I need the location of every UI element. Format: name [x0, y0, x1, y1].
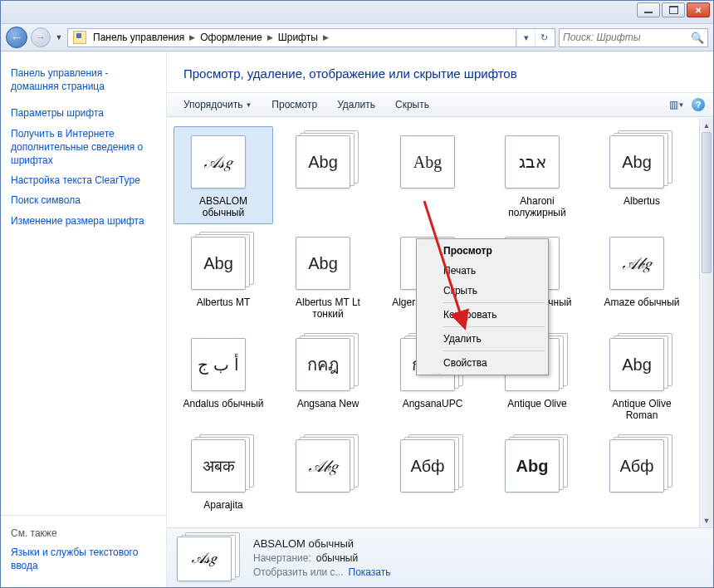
- address-bar[interactable]: Панель управления ▶ Оформление ▶ Шрифты …: [67, 28, 555, 47]
- font-label: ABSALOM обычный: [178, 195, 269, 220]
- delete-button[interactable]: Удалить: [329, 96, 384, 113]
- font-label: [387, 499, 478, 524]
- context-menu: Просмотр Печать Скрыть Копировать Удалит…: [416, 238, 549, 375]
- details-title: ABSALOM обычный: [253, 537, 391, 550]
- font-thumb: אבג: [505, 135, 560, 189]
- font-label: AngsanaUPC: [387, 398, 478, 423]
- details-style-val: обычный: [316, 552, 358, 564]
- font-thumb: Abg: [296, 135, 350, 189]
- sidebar-link[interactable]: Поиск символа: [11, 190, 156, 210]
- details-thumb: 𝒜𝓈𝑔: [177, 532, 242, 584]
- address-dropdown[interactable]: ▾: [516, 29, 535, 47]
- breadcrumb-sep-icon[interactable]: ▶: [266, 33, 275, 42]
- font-item[interactable]: กคฎAngsana New: [278, 329, 378, 427]
- font-item[interactable]: Abg: [278, 126, 378, 224]
- title-bar: ✕: [1, 1, 713, 24]
- font-label: Aharoni полужирный: [491, 195, 583, 220]
- font-item[interactable]: AbgAntique Olive Roman: [592, 329, 692, 427]
- vertical-scrollbar[interactable]: ▲ ▼: [699, 118, 713, 527]
- refresh-button[interactable]: ↻: [535, 29, 553, 47]
- sidebar-footer-link[interactable]: Языки и службы текстового ввода: [11, 542, 156, 576]
- font-item[interactable]: 𝒜𝓈𝑔ABSALOM обычный: [174, 126, 273, 224]
- breadcrumb[interactable]: Оформление: [197, 32, 265, 43]
- minimize-button[interactable]: [637, 2, 660, 17]
- font-label: [596, 499, 687, 524]
- breadcrumb[interactable]: Шрифты: [275, 32, 321, 43]
- ctx-hide[interactable]: Скрыть: [442, 281, 546, 301]
- font-label: Amaze обычный: [596, 296, 687, 321]
- details-show-key: Отобразить или с...: [253, 566, 344, 578]
- font-label: Angsana New: [282, 398, 374, 423]
- font-label: [282, 195, 374, 220]
- font-label: Aparajita: [178, 499, 269, 524]
- details-pane: 𝒜𝓈𝑔 ABSALOM обычный Начертание: обычный …: [167, 527, 713, 587]
- details-style-key: Начертание:: [253, 552, 311, 564]
- back-button[interactable]: ←: [6, 27, 27, 48]
- ctx-preview[interactable]: Просмотр: [442, 241, 546, 261]
- ctx-copy[interactable]: Копировать: [442, 305, 546, 325]
- font-label: Albertus: [596, 195, 687, 220]
- font-item[interactable]: Абф: [592, 430, 692, 527]
- font-item[interactable]: 𝒜𝒷𝑔Amaze обычный: [592, 228, 692, 326]
- font-item[interactable]: Абф: [383, 430, 482, 527]
- font-item[interactable]: AbgAlbertus MT Lt тонкий: [278, 228, 378, 326]
- font-thumb: 𝒜𝒷𝑔: [609, 237, 664, 290]
- scroll-down-icon[interactable]: ▼: [700, 513, 713, 527]
- font-label: Andalus обычный: [178, 398, 269, 423]
- nav-bar: ← → ▼ Панель управления ▶ Оформление ▶ Ш…: [1, 24, 713, 51]
- main-area: Панель управления - домашняя страница Па…: [1, 51, 713, 587]
- preview-button[interactable]: Просмотр: [263, 96, 325, 113]
- search-input[interactable]: [563, 32, 691, 43]
- font-thumb: Abg: [609, 338, 664, 391]
- font-item[interactable]: أ ب جAndalus обычный: [174, 329, 273, 427]
- toolbar: Упорядочить▼ Просмотр Удалить Скрыть ▥ ▼…: [167, 92, 713, 117]
- font-item[interactable]: Abg: [383, 126, 482, 224]
- ctx-delete[interactable]: Удалить: [442, 329, 546, 349]
- font-item[interactable]: Abg: [487, 430, 587, 527]
- font-label: [387, 195, 478, 220]
- view-mode-button[interactable]: ▥ ▼: [667, 96, 687, 114]
- page-title: Просмотр, удаление, отображение или скры…: [167, 51, 713, 92]
- sidebar-link[interactable]: Настройка текста ClearType: [11, 170, 156, 190]
- nav-history-dropdown[interactable]: ▼: [54, 33, 64, 42]
- font-item[interactable]: 𝒜𝒷𝑔: [278, 430, 378, 527]
- details-show-link[interactable]: Показать: [349, 566, 391, 578]
- font-thumb: 𝒜𝒷𝑔: [296, 439, 350, 492]
- control-panel-window: ✕ ← → ▼ Панель управления ▶ Оформление ▶…: [0, 0, 714, 588]
- font-thumb: Абф: [609, 439, 664, 492]
- ctx-print[interactable]: Печать: [442, 261, 546, 281]
- sidebar: Панель управления - домашняя страница Па…: [1, 51, 167, 587]
- folder-icon: [73, 31, 86, 44]
- font-label: [491, 499, 583, 524]
- breadcrumb-sep-icon[interactable]: ▶: [188, 33, 197, 42]
- font-thumb: Abg: [609, 135, 664, 189]
- help-icon[interactable]: ?: [692, 98, 705, 111]
- window-controls: ✕: [637, 2, 710, 17]
- organize-button[interactable]: Упорядочить▼: [175, 96, 260, 113]
- font-thumb: Abg: [296, 237, 350, 290]
- breadcrumb[interactable]: Панель управления: [90, 32, 188, 43]
- ctx-properties[interactable]: Свойства: [442, 353, 546, 373]
- sidebar-link[interactable]: Параметры шрифта: [11, 103, 156, 123]
- close-button[interactable]: ✕: [687, 2, 710, 17]
- font-item[interactable]: אבגAharoni полужирный: [487, 126, 587, 224]
- sidebar-link[interactable]: Изменение размера шрифта: [11, 211, 156, 231]
- breadcrumb-sep-icon[interactable]: ▶: [321, 33, 330, 42]
- font-item[interactable]: AbgAlbertus: [592, 126, 692, 224]
- font-item[interactable]: AbgAlbertus MT: [174, 228, 273, 326]
- scroll-thumb[interactable]: [702, 132, 712, 273]
- font-thumb: अबक: [191, 439, 246, 492]
- sidebar-link[interactable]: Получить в Интернете дополнительные свед…: [11, 124, 156, 171]
- sidebar-footer-title: См. также: [11, 524, 156, 542]
- font-thumb: Abg: [400, 135, 455, 189]
- scroll-up-icon[interactable]: ▲: [700, 118, 713, 132]
- font-thumb: Абф: [400, 439, 455, 492]
- font-thumb: أ ب ج: [191, 338, 246, 391]
- search-icon[interactable]: 🔍: [691, 32, 704, 44]
- sidebar-home-link[interactable]: Панель управления - домашняя страница: [11, 63, 156, 96]
- search-box[interactable]: 🔍: [559, 28, 708, 47]
- maximize-button[interactable]: [662, 2, 685, 17]
- forward-button[interactable]: →: [31, 27, 51, 47]
- hide-button[interactable]: Скрыть: [387, 96, 438, 113]
- font-item[interactable]: अबकAparajita: [174, 430, 273, 527]
